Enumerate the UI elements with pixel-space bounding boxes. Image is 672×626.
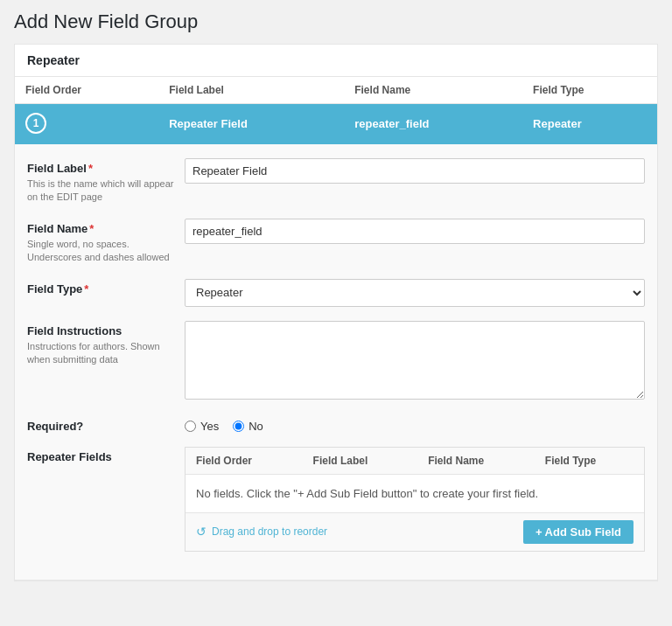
required-yes-text: Yes <box>200 420 219 433</box>
sub-fields-table: Field Order Field Label Field Name Field… <box>186 448 644 475</box>
row-type: Repeater <box>522 104 657 143</box>
col-field-name: Field Name <box>344 77 522 104</box>
field-label-label: Field Label* <box>27 162 185 175</box>
drag-icon: ↺ <box>196 525 206 539</box>
field-instructions-label: Field Instructions <box>27 324 185 337</box>
fields-table: Field Order Field Label Field Name Field… <box>15 77 657 143</box>
required-yes-radio[interactable] <box>185 421 196 432</box>
required-input-col: Yes No <box>185 416 645 433</box>
field-form: Field Label* This is the name which will… <box>15 143 657 580</box>
drag-hint-text: Drag and drop to reorder <box>212 525 327 538</box>
sub-col-type: Field Type <box>535 448 644 475</box>
field-type-row: Field Type* Repeater <box>27 279 645 307</box>
required-row: Required? Yes No <box>27 416 645 433</box>
row-name: repeater_field <box>344 104 522 143</box>
table-row[interactable]: 1 Repeater Field repeater_field Repeater <box>15 104 657 143</box>
field-label-hint: This is the name which will appear on th… <box>27 177 185 205</box>
field-instructions-input-col <box>185 321 645 402</box>
field-label-input[interactable] <box>185 158 645 184</box>
required-no-label[interactable]: No <box>233 420 263 433</box>
required-star-3: * <box>84 282 88 296</box>
col-field-type: Field Type <box>522 77 657 104</box>
sub-fields-container: Field Order Field Label Field Name Field… <box>185 447 645 552</box>
page-container: Add New Field Group Repeater Field Order… <box>0 0 672 591</box>
postbox-title: Repeater <box>15 45 657 77</box>
row-label: Repeater Field <box>158 104 344 143</box>
required-label: Required? <box>27 420 185 433</box>
field-name-hint: Single word, no spaces. Underscores and … <box>27 238 185 265</box>
required-no-radio[interactable] <box>233 421 244 432</box>
required-no-text: No <box>248 420 263 433</box>
required-yes-label[interactable]: Yes <box>185 420 219 433</box>
col-field-order: Field Order <box>15 77 158 104</box>
field-instructions-textarea[interactable] <box>185 321 645 400</box>
field-instructions-row: Field Instructions Instructions for auth… <box>27 321 645 402</box>
repeater-fields-label: Repeater Fields <box>27 450 185 463</box>
repeater-fields-row: Repeater Fields Field Order Field Label … <box>27 447 645 552</box>
sub-col-label: Field Label <box>303 448 418 475</box>
drag-hint: ↺ Drag and drop to reorder <box>196 525 327 539</box>
field-instructions-col: Field Instructions Instructions for auth… <box>27 321 185 367</box>
field-instructions-hint: Instructions for authors. Shown when sub… <box>27 340 185 367</box>
required-star: * <box>88 162 93 175</box>
sub-fields-empty-message: No fields. Click the "+ Add Sub Field bu… <box>186 475 644 513</box>
field-type-select[interactable]: Repeater <box>185 279 645 307</box>
sub-fields-footer: ↺ Drag and drop to reorder + Add Sub Fie… <box>186 513 644 551</box>
sub-col-order: Field Order <box>186 448 303 475</box>
required-radio-group: Yes No <box>185 416 645 433</box>
repeater-fields-label-col: Repeater Fields <box>27 447 185 463</box>
order-circle: 1 <box>25 113 46 134</box>
sub-col-name: Field Name <box>417 448 535 475</box>
row-order: 1 <box>15 104 158 143</box>
field-label-col: Field Label* This is the name which will… <box>27 158 185 205</box>
field-name-row: Field Name* Single word, no spaces. Unde… <box>27 219 645 265</box>
page-title: Add New Field Group <box>14 10 658 33</box>
postbox: Repeater Field Order Field Label Field N… <box>14 44 658 581</box>
field-type-input-col: Repeater <box>185 279 645 307</box>
field-name-col: Field Name* Single word, no spaces. Unde… <box>27 219 185 265</box>
field-type-col: Field Type* <box>27 279 185 296</box>
field-name-label: Field Name* <box>27 222 185 235</box>
required-label-col: Required? <box>27 416 185 433</box>
field-type-label: Field Type* <box>27 282 185 296</box>
field-label-row: Field Label* This is the name which will… <box>27 158 645 205</box>
repeater-fields-input-col: Field Order Field Label Field Name Field… <box>185 447 645 552</box>
field-label-input-col <box>185 158 645 184</box>
col-field-label: Field Label <box>158 77 344 104</box>
required-star-2: * <box>89 222 94 235</box>
add-sub-field-button[interactable]: + Add Sub Field <box>523 520 634 544</box>
field-name-input-col <box>185 219 645 244</box>
field-name-input[interactable] <box>185 219 645 244</box>
